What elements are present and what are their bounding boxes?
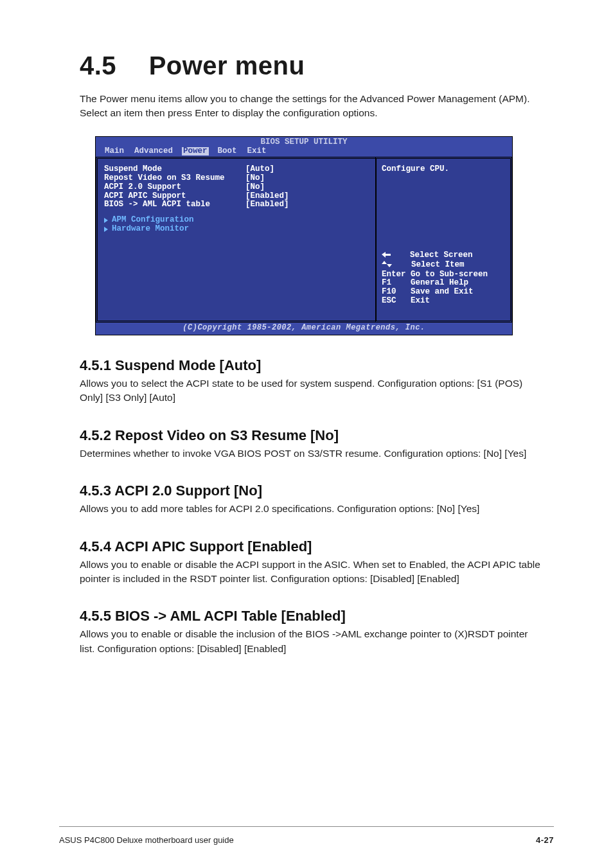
- bios-submenu[interactable]: Hardware Monitor: [104, 225, 369, 234]
- section-heading: 4.5.3 ACPI 2.0 Support [No]: [80, 483, 554, 499]
- nav-row: Select Screen: [382, 251, 473, 260]
- section-desc: Allows you to enable or disable the incl…: [80, 627, 542, 656]
- footer-right: 4-27: [536, 835, 554, 845]
- page: 4.5 Power menu The Power menu items allo…: [0, 0, 613, 868]
- bios-help-pane: Configure CPU. Select Screen Select Item…: [376, 157, 512, 323]
- bios-submenu-label: APM Configuration: [112, 216, 194, 225]
- triangle-icon: [104, 218, 108, 223]
- heading-title: Power menu: [149, 51, 305, 80]
- nav-row: Select Item: [382, 260, 465, 269]
- bios-left-pane: Suspend Mode [Auto] Repost Video on S3 R…: [96, 157, 376, 323]
- bios-option-label: ACPI APIC Support: [104, 192, 245, 201]
- nav-row: ESC Exit: [382, 296, 430, 305]
- bios-option-label: Repost Video on S3 Resume: [104, 174, 245, 183]
- tab-advanced[interactable]: Advanced: [133, 147, 174, 156]
- heading-number: 4.5: [80, 51, 141, 80]
- page-footer: ASUS P4C800 Deluxe motherboard user guid…: [59, 835, 554, 845]
- section-desc: Determines whether to invoke VGA BIOS PO…: [80, 447, 542, 461]
- footer-rule: [59, 826, 554, 827]
- bios-option-label: BIOS -> AML ACPI table: [104, 200, 245, 209]
- bios-option-value: [No]: [245, 183, 265, 192]
- section-desc: Allows you to enable or disable the ACPI…: [80, 558, 542, 587]
- bios-option-label: ACPI 2.0 Support: [104, 183, 245, 192]
- bios-submenu-label: Hardware Monitor: [112, 225, 189, 234]
- bios-help-nav: Select Screen Select Item Enter Go to Su…: [382, 242, 505, 314]
- bios-screenshot: BIOS SETUP UTILITY Main Advanced Power B…: [95, 136, 513, 335]
- bios-option-value: [Enabled]: [245, 200, 289, 209]
- nav-row: F10 Save and Exit: [382, 287, 474, 296]
- bios-body: Suspend Mode [Auto] Repost Video on S3 R…: [96, 157, 512, 323]
- bios-row[interactable]: Suspend Mode [Auto]: [104, 165, 369, 174]
- bios-help-text: Configure CPU.: [382, 165, 505, 242]
- bios-footer: (C)Copyright 1985-2002, American Megatre…: [96, 323, 512, 334]
- tab-exit[interactable]: Exit: [246, 147, 268, 156]
- section-heading: 4.5.4 ACPI APIC Support [Enabled]: [80, 538, 554, 555]
- bios-option-value: [Auto]: [245, 165, 274, 174]
- bios-row[interactable]: ACPI 2.0 Support [No]: [104, 183, 369, 192]
- section-desc: Allows you to add more tables for ACPI 2…: [80, 502, 542, 516]
- svg-marker-0: [382, 252, 391, 258]
- bios-submenu[interactable]: APM Configuration: [104, 216, 369, 225]
- bios-row[interactable]: BIOS -> AML ACPI table [Enabled]: [104, 200, 369, 209]
- tab-boot[interactable]: Boot: [217, 147, 238, 156]
- bios-option-value: [No]: [245, 174, 265, 183]
- page-heading: 4.5 Power menu: [80, 51, 554, 80]
- triangle-icon: [104, 227, 108, 232]
- intro-paragraph: The Power menu items allow you to change…: [80, 92, 536, 121]
- arrow-updown-icon: [382, 261, 392, 270]
- section-desc: Allows you to select the ACPI state to b…: [80, 376, 542, 405]
- bios-option-label: Suspend Mode: [104, 165, 245, 174]
- bios-row[interactable]: ACPI APIC Support [Enabled]: [104, 192, 369, 201]
- tab-power[interactable]: Power: [182, 147, 209, 156]
- svg-marker-1: [382, 261, 387, 264]
- section-heading: 4.5.5 BIOS -> AML ACPI Table [Enabled]: [80, 608, 554, 624]
- tab-main[interactable]: Main: [103, 147, 125, 156]
- section-heading: 4.5.1 Suspend Mode [Auto]: [80, 357, 554, 374]
- footer-left: ASUS P4C800 Deluxe motherboard user guid…: [59, 835, 234, 845]
- bios-row[interactable]: Repost Video on S3 Resume [No]: [104, 174, 369, 183]
- nav-row: F1 General Help: [382, 278, 468, 287]
- arrow-left-icon: [382, 252, 391, 261]
- bios-title: BIOS SETUP UTILITY: [96, 137, 512, 147]
- svg-marker-2: [387, 264, 392, 267]
- nav-row: Enter Go to Sub-screen: [382, 270, 488, 279]
- bios-tabs: Main Advanced Power Boot Exit: [96, 147, 512, 157]
- bios-option-value: [Enabled]: [245, 192, 289, 201]
- section-heading: 4.5.2 Repost Video on S3 Resume [No]: [80, 427, 554, 444]
